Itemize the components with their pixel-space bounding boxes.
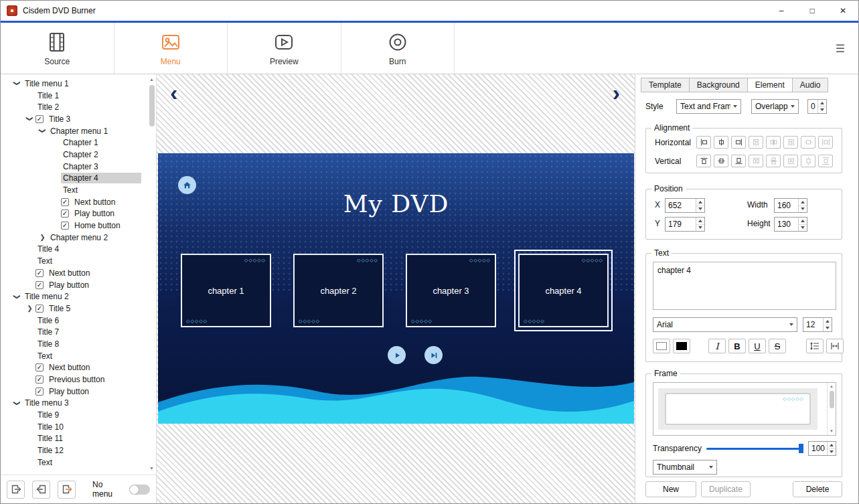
close-button[interactable]: ✕ — [828, 1, 858, 21]
minimize-button[interactable]: – — [766, 1, 797, 21]
width-spinner[interactable]: 160 — [774, 198, 807, 213]
strikethrough-button[interactable]: S — [769, 339, 786, 353]
tree-item-title-11[interactable]: Title 11 — [1, 433, 147, 445]
tree-item-next-button[interactable]: ✓Next button — [1, 196, 147, 208]
transparency-spinner[interactable]: 100 — [808, 441, 836, 456]
tree-item-chapter-menu-2[interactable]: ❯Chapter menu 2 — [1, 232, 147, 244]
play-menu-button[interactable] — [388, 346, 406, 364]
import-menu-button[interactable] — [32, 481, 50, 499]
chevron-down-icon[interactable]: ❯ — [11, 398, 23, 409]
align-right-button[interactable] — [731, 136, 746, 149]
checkbox-checked[interactable]: ✓ — [35, 115, 44, 123]
tree-item-next-button[interactable]: ✓Next button — [1, 362, 147, 374]
chevron-down-icon[interactable]: ❯ — [11, 78, 23, 89]
font-size-spinner[interactable]: 12 — [803, 317, 832, 332]
x-spinner[interactable]: 652 — [665, 198, 705, 213]
align-top-button[interactable] — [696, 155, 711, 167]
align-bottom-button[interactable] — [731, 155, 746, 167]
order-spinner[interactable]: 0 — [807, 99, 827, 114]
preview-tab[interactable]: Preview — [228, 23, 341, 74]
tree-item-title-2[interactable]: Title 2 — [1, 101, 147, 113]
tree-item-title-menu-3[interactable]: ❯Title menu 3 — [1, 398, 147, 410]
burn-tab[interactable]: Burn — [341, 23, 455, 74]
tree-scrollbar[interactable] — [147, 76, 156, 473]
tree-item-title-9[interactable]: Title 9 — [1, 409, 147, 421]
delete-button[interactable]: Delete — [793, 481, 842, 497]
tab-background[interactable]: Background — [689, 78, 748, 92]
chapter-thumb-4[interactable]: chapter 4 — [518, 254, 609, 327]
spinner-arrows[interactable] — [827, 442, 836, 455]
line-spacing-button[interactable] — [806, 339, 824, 353]
checkbox-checked[interactable]: ✓ — [35, 375, 44, 384]
tree-item-play-button[interactable]: ✓Play button — [1, 208, 147, 220]
height-spinner[interactable]: 130 — [774, 217, 807, 232]
tree-item-chapter-4[interactable]: Chapter 4 — [1, 173, 147, 185]
tree-item-play-button[interactable]: ✓Play button — [1, 386, 147, 398]
dvd-menu-canvas[interactable]: My DVD chapter 1 chapter 2 chapter 3 — [158, 153, 634, 424]
dvd-menu-title[interactable]: My DVD — [158, 190, 634, 218]
menu-tab[interactable]: Menu — [114, 23, 228, 74]
chevron-down-icon[interactable]: ❯ — [24, 113, 35, 124]
maximize-button[interactable]: □ — [797, 1, 828, 21]
checkbox-checked[interactable]: ✓ — [35, 269, 44, 277]
scroll-up-icon[interactable] — [830, 383, 834, 390]
transparency-slider[interactable] — [706, 444, 803, 453]
tree-item-play-button[interactable]: ✓Play button — [1, 279, 147, 291]
letter-spacing-button[interactable] — [826, 339, 844, 353]
spinner-arrows[interactable] — [817, 100, 826, 113]
chapter-thumb-2[interactable]: chapter 2 — [293, 254, 384, 327]
text-color-black-button[interactable] — [673, 339, 690, 353]
checkbox-checked[interactable]: ✓ — [61, 222, 69, 230]
no-menu-toggle[interactable] — [129, 485, 150, 495]
previous-template-icon[interactable]: ‹ — [170, 81, 177, 104]
italic-button[interactable]: I — [708, 339, 726, 353]
tree-item-home-button[interactable]: ✓Home button — [1, 220, 147, 232]
tree-item-text[interactable]: Text — [1, 350, 147, 362]
checkbox-checked[interactable]: ✓ — [35, 281, 44, 289]
spinner-arrows[interactable] — [798, 218, 807, 231]
slider-track[interactable] — [706, 448, 803, 450]
frame-list-scrollbar[interactable] — [827, 383, 836, 435]
scroll-down-icon[interactable] — [830, 428, 834, 435]
tree-item-title-4[interactable]: Title 4 — [1, 244, 147, 256]
tree-item-chapter-menu-1[interactable]: ❯Chapter menu 1 — [1, 125, 147, 137]
style-arrange-dropdown[interactable]: Overlapped — [751, 99, 799, 114]
tree-item-title-1[interactable]: Title 1 — [1, 90, 147, 102]
tree-item-title-5[interactable]: ❯✓Title 5 — [1, 303, 147, 315]
scroll-track[interactable] — [147, 84, 156, 465]
tree-item-title-menu-1[interactable]: ❯Title menu 1 — [1, 78, 147, 90]
checkbox-checked[interactable]: ✓ — [35, 363, 44, 371]
thumbnail-dropdown[interactable]: Thumbnail — [653, 460, 717, 475]
tab-element[interactable]: Element — [747, 78, 793, 92]
tab-template[interactable]: Template — [641, 78, 690, 92]
checkbox-checked[interactable]: ✓ — [35, 305, 44, 313]
tree-item-previous-button[interactable]: ✓Previous button — [1, 373, 147, 386]
title-tree[interactable]: ❯Title menu 1Title 1Title 2❯✓Title 3❯Cha… — [1, 78, 147, 474]
tree-item-chapter-2[interactable]: Chapter 2 — [1, 149, 147, 161]
new-button[interactable]: New — [645, 481, 696, 497]
spinner-arrows[interactable] — [696, 218, 704, 231]
tree-item-text[interactable]: Text — [1, 255, 147, 267]
chapter-thumb-3[interactable]: chapter 3 — [406, 254, 496, 327]
spinner-arrows[interactable] — [798, 199, 807, 212]
scroll-thumb[interactable] — [830, 391, 834, 408]
style-mode-dropdown[interactable]: Text and Frame — [676, 99, 741, 114]
chevron-right-icon[interactable]: ❯ — [37, 232, 48, 243]
source-tab[interactable]: Source — [1, 23, 114, 74]
text-content-input[interactable]: chapter 4 — [653, 262, 836, 310]
font-family-dropdown[interactable]: Arial — [653, 317, 797, 332]
frame-style-item[interactable] — [658, 388, 817, 430]
scroll-track[interactable] — [828, 390, 836, 428]
tree-item-title-8[interactable]: Title 8 — [1, 338, 147, 350]
tree-item-next-button[interactable]: ✓Next button — [1, 267, 147, 279]
chapter-thumb-1[interactable]: chapter 1 — [181, 254, 271, 327]
tab-audio[interactable]: Audio — [792, 78, 829, 92]
overflow-menu-icon[interactable]: ☰ — [836, 42, 845, 55]
y-spinner[interactable]: 179 — [665, 217, 705, 232]
spinner-arrows[interactable] — [823, 318, 832, 331]
scroll-down-icon[interactable] — [149, 465, 154, 473]
tree-item-title-7[interactable]: Title 7 — [1, 326, 147, 338]
tree-item-text[interactable]: Text — [1, 456, 147, 469]
tree-item-chapter-1[interactable]: Chapter 1 — [1, 137, 147, 149]
scroll-thumb[interactable] — [149, 85, 155, 127]
